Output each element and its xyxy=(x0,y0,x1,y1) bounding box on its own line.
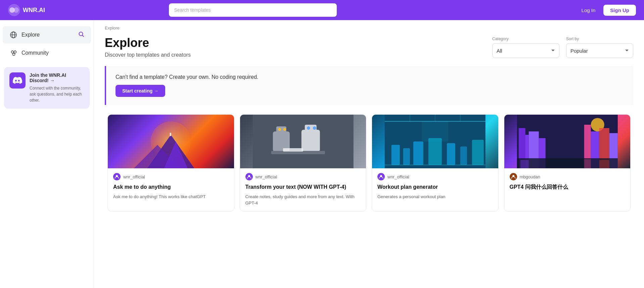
discord-card[interactable]: Join the WNR.AI Discord! → Connect with … xyxy=(4,67,90,109)
svg-rect-57 xyxy=(584,159,591,168)
svg-point-2 xyxy=(13,7,19,13)
breadcrumb: Explore xyxy=(94,20,644,31)
svg-rect-58 xyxy=(599,160,609,168)
card-author: wnr_official xyxy=(113,173,229,180)
author-avatar xyxy=(377,173,385,180)
main-content: Explore Explore Discover top templates a… xyxy=(94,20,644,288)
svg-rect-43 xyxy=(422,121,449,141)
card-image-mountain xyxy=(108,115,234,168)
template-card[interactable]: mbgoudan GPT4 问我什么回答什么 xyxy=(504,114,631,212)
sortby-select[interactable]: Popular Recent Top Rated xyxy=(566,43,633,58)
filter-controls: Category All Writing Education Business … xyxy=(492,37,633,58)
login-button[interactable]: Log In xyxy=(578,5,600,16)
community-label: Community xyxy=(21,50,49,56)
template-card[interactable]: wnr_official Ask me to do anything Ask m… xyxy=(107,114,234,212)
svg-rect-37 xyxy=(413,141,423,165)
globe-icon xyxy=(9,31,17,39)
card-author: wnr_official xyxy=(245,173,361,180)
svg-point-25 xyxy=(307,126,310,130)
svg-point-21 xyxy=(278,128,281,131)
category-select[interactable]: All Writing Education Business Creative … xyxy=(492,43,559,58)
search-input[interactable] xyxy=(169,3,337,17)
card-desc: Generates a personal workout plan xyxy=(377,193,493,200)
category-filter: Category All Writing Education Business … xyxy=(492,37,559,58)
svg-rect-38 xyxy=(428,138,442,165)
svg-rect-36 xyxy=(403,148,410,165)
discord-avatar xyxy=(9,72,26,89)
sidebar-item-community[interactable]: Community xyxy=(3,44,91,62)
sidebar-item-explore[interactable]: Explore xyxy=(3,26,91,44)
card-desc: Ask me to do anything! This works like c… xyxy=(113,193,229,200)
sortby-label: Sort by xyxy=(566,37,633,41)
svg-rect-40 xyxy=(460,147,467,165)
discord-text: Join the WNR.AI Discord! → Connect with … xyxy=(30,72,84,103)
create-banner: Can't find a template? Create your own. … xyxy=(105,66,633,105)
app-body: Explore Community xyxy=(0,20,644,288)
svg-point-8 xyxy=(11,51,14,53)
template-card[interactable]: wnr_official Workout plan generator Gene… xyxy=(372,114,499,212)
logo-text: WNR.AI xyxy=(23,7,45,14)
card-author: wnr_official xyxy=(377,173,493,180)
template-card[interactable]: wnr_official Transform your text (NOW WI… xyxy=(240,114,367,212)
discord-title: Join the WNR.AI Discord! → xyxy=(30,72,84,83)
svg-rect-56 xyxy=(520,160,528,168)
author-name: mbgoudan xyxy=(520,174,540,179)
signup-button[interactable]: Sign Up xyxy=(603,5,636,16)
explore-header: Explore Discover top templates and creat… xyxy=(94,31,644,66)
banner-text: Can't find a template? Create your own. … xyxy=(116,74,624,80)
card-body: wnr_official Transform your text (NOW WI… xyxy=(240,168,366,211)
card-image-robots xyxy=(240,115,366,168)
author-avatar xyxy=(113,173,121,180)
page-title: Explore xyxy=(105,36,191,50)
card-title: Ask me to do anything xyxy=(113,184,229,191)
logo[interactable]: WNR.AI xyxy=(8,4,45,16)
page-subtitle: Discover top templates and creators xyxy=(105,52,191,58)
discord-description: Connect with the community, ask question… xyxy=(30,85,84,103)
card-body: wnr_official Workout plan generator Gene… xyxy=(372,168,498,205)
svg-rect-35 xyxy=(392,145,400,165)
svg-point-26 xyxy=(313,126,316,130)
card-image-city xyxy=(504,115,631,168)
svg-line-7 xyxy=(83,36,84,37)
category-label: Category xyxy=(492,37,559,41)
card-title: Transform your text (NOW WITH GPT-4) xyxy=(245,184,361,191)
header-actions: Log In Sign Up xyxy=(578,5,636,16)
community-icon xyxy=(9,49,17,57)
card-title: Workout plan generator xyxy=(377,184,493,191)
svg-rect-23 xyxy=(301,130,320,152)
card-body: wnr_official Ask me to do anything Ask m… xyxy=(108,168,234,205)
author-avatar xyxy=(245,173,253,180)
sidebar: Explore Community xyxy=(0,20,94,288)
explore-label: Explore xyxy=(21,32,40,38)
svg-rect-39 xyxy=(447,143,455,165)
svg-rect-28 xyxy=(283,148,303,152)
cards-grid: wnr_official Ask me to do anything Ask m… xyxy=(105,114,633,217)
author-name: wnr_official xyxy=(387,174,409,179)
card-image-gym xyxy=(372,115,498,168)
search-icon xyxy=(78,31,84,39)
author-avatar xyxy=(510,173,517,180)
card-title: GPT4 问我什么回答什么 xyxy=(510,184,625,191)
svg-point-9 xyxy=(14,51,16,53)
explore-title-section: Explore Discover top templates and creat… xyxy=(105,36,191,58)
sortby-filter: Sort by Popular Recent Top Rated xyxy=(566,37,633,58)
card-desc: Create notes, study guides and more from… xyxy=(245,193,361,207)
search-bar xyxy=(169,3,337,17)
card-author: mbgoudan xyxy=(510,173,625,180)
app-header: WNR.AI Log In Sign Up xyxy=(0,0,644,20)
svg-point-10 xyxy=(13,53,15,56)
author-name: wnr_official xyxy=(256,174,277,179)
start-creating-button[interactable]: Start creating → xyxy=(116,85,165,97)
svg-point-22 xyxy=(283,128,286,131)
author-name: wnr_official xyxy=(123,174,145,179)
svg-rect-41 xyxy=(472,140,484,165)
card-body: mbgoudan GPT4 问我什么回答什么 xyxy=(504,168,631,198)
